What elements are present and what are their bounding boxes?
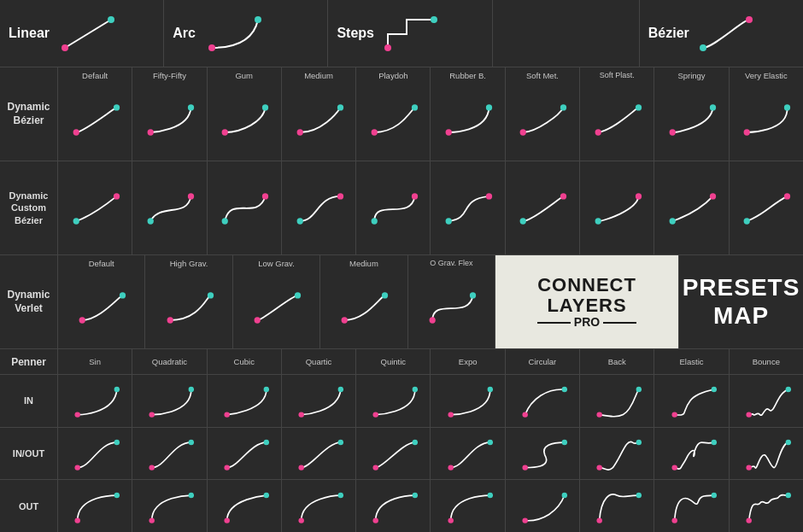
svg-point-77 xyxy=(298,412,303,418)
col-bounce-header: Bounce xyxy=(730,349,803,375)
linear-label: Linear xyxy=(9,26,51,41)
svg-point-95 xyxy=(522,412,527,418)
svg-point-56 xyxy=(382,292,388,298)
svg-point-98 xyxy=(562,440,567,445)
svg-point-3 xyxy=(208,44,215,51)
svg-point-41 xyxy=(520,218,526,224)
svg-point-79 xyxy=(298,465,303,470)
svg-point-35 xyxy=(296,218,302,224)
dv-medium: Medium xyxy=(320,255,407,348)
svg-point-65 xyxy=(149,412,155,418)
circular-out xyxy=(506,480,579,532)
svg-point-80 xyxy=(338,440,343,445)
svg-point-22 xyxy=(560,104,566,110)
svg-point-31 xyxy=(148,218,154,224)
sin-in xyxy=(58,375,132,428)
svg-point-61 xyxy=(75,465,80,470)
svg-point-64 xyxy=(114,493,120,498)
svg-point-1 xyxy=(62,44,68,51)
quad-out xyxy=(132,480,206,532)
quintic-inout xyxy=(356,428,430,481)
svg-point-103 xyxy=(597,465,602,470)
dcb-3 xyxy=(208,161,282,254)
svg-point-69 xyxy=(149,517,155,523)
dcb-2 xyxy=(132,161,207,254)
svg-point-71 xyxy=(224,412,229,418)
svg-point-32 xyxy=(188,193,194,199)
svg-point-93 xyxy=(448,517,453,523)
svg-point-55 xyxy=(342,317,348,323)
cl-line3: PRO xyxy=(574,316,600,329)
back-inout xyxy=(580,428,654,481)
svg-point-97 xyxy=(522,465,527,470)
svg-point-87 xyxy=(373,517,378,523)
svg-point-96 xyxy=(562,387,567,392)
svg-point-43 xyxy=(595,218,601,224)
svg-point-48 xyxy=(784,193,790,199)
db-softmet: Soft Met. xyxy=(506,67,580,161)
dcb-6 xyxy=(431,161,505,254)
svg-point-34 xyxy=(262,193,268,199)
back-in xyxy=(580,375,654,428)
svg-point-78 xyxy=(338,387,343,392)
svg-point-100 xyxy=(562,493,567,498)
svg-point-70 xyxy=(189,493,194,498)
svg-point-20 xyxy=(486,104,492,110)
svg-point-112 xyxy=(711,493,716,498)
dv-label: DynamicVerlet xyxy=(0,255,58,348)
dcb-label: DynamicCustomBézier xyxy=(0,161,58,254)
db-very-elastic: Very Elastic xyxy=(730,67,803,161)
svg-point-82 xyxy=(338,493,343,498)
svg-point-51 xyxy=(167,317,173,323)
svg-point-30 xyxy=(114,193,120,199)
cubic-inout xyxy=(208,428,281,481)
svg-point-115 xyxy=(746,465,751,470)
svg-point-40 xyxy=(486,193,492,199)
dcb-5 xyxy=(356,161,431,254)
svg-point-110 xyxy=(711,440,716,445)
svg-point-111 xyxy=(671,517,677,523)
elastic-in xyxy=(654,375,728,428)
svg-point-53 xyxy=(255,317,261,323)
penner-in-label: IN xyxy=(0,375,57,428)
svg-point-44 xyxy=(636,193,642,199)
presets-line2: MAP xyxy=(683,302,800,330)
svg-point-57 xyxy=(429,317,435,323)
svg-point-5 xyxy=(384,44,391,51)
linear-cell: Linear xyxy=(0,0,164,67)
col-quad-header: Quadratic xyxy=(132,349,206,375)
svg-point-17 xyxy=(371,129,377,135)
svg-point-27 xyxy=(744,129,750,135)
svg-point-72 xyxy=(263,387,268,392)
svg-point-118 xyxy=(785,493,790,498)
svg-point-12 xyxy=(188,104,194,110)
bounce-out xyxy=(730,480,803,532)
svg-point-58 xyxy=(470,292,476,298)
svg-point-36 xyxy=(337,193,343,199)
sin-inout xyxy=(58,428,132,481)
db-fifty: Fifty-Fifty xyxy=(132,67,207,161)
svg-point-15 xyxy=(296,129,302,135)
col-quintic-header: Quintic xyxy=(356,349,430,375)
svg-point-33 xyxy=(222,218,228,224)
quartic-out xyxy=(282,480,355,532)
svg-point-37 xyxy=(371,218,377,224)
svg-point-73 xyxy=(224,465,229,470)
svg-point-117 xyxy=(746,517,751,523)
db-springy: Springy xyxy=(654,67,729,161)
arc-label: Arc xyxy=(173,26,198,41)
svg-point-29 xyxy=(73,218,79,224)
svg-point-16 xyxy=(337,104,343,110)
quartic-inout xyxy=(282,428,355,481)
svg-point-7 xyxy=(700,44,706,51)
dcb-1 xyxy=(58,161,132,254)
svg-point-47 xyxy=(744,218,750,224)
svg-point-38 xyxy=(412,193,418,199)
svg-point-99 xyxy=(522,517,527,523)
db-gum: Gum xyxy=(208,67,282,161)
quad-in xyxy=(132,375,206,428)
svg-point-10 xyxy=(114,104,120,110)
dv-lowgrav: Low Grav. xyxy=(233,255,320,348)
svg-point-66 xyxy=(189,387,194,392)
dv-ogravflex: O Grav. Flex xyxy=(408,255,495,348)
